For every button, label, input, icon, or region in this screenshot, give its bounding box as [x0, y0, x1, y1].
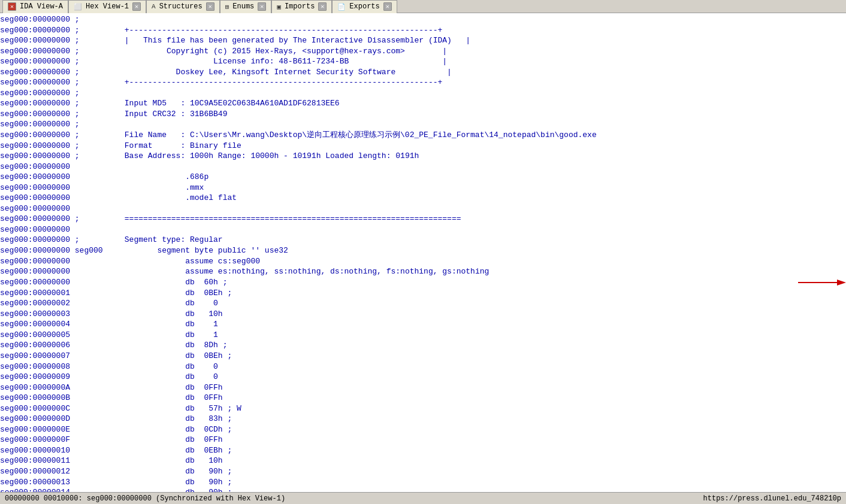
code-content-2: | This file has been generated by The In…: [120, 35, 846, 46]
code-line-43: seg000:00000012 db 90h ;: [0, 466, 846, 477]
address-15: seg000:00000000: [0, 172, 120, 183]
close-icon-exports[interactable]: ✕: [383, 2, 392, 11]
address-41: seg000:00000010: [0, 445, 120, 456]
address-28: seg000:00000003: [0, 309, 120, 320]
code-line-23: seg000:00000000 assume cs:seg000: [0, 256, 846, 267]
tab-label-hex-view-1: Hex View-1: [86, 2, 129, 11]
code-line-29: seg000:00000004 db 1: [0, 319, 846, 330]
address-12: seg000:00000000 ;: [0, 141, 120, 151]
code-line-10: seg000:00000000 ;: [0, 119, 846, 130]
address-9: seg000:00000000 ;: [0, 109, 120, 120]
code-line-41: seg000:00000010 db 0EBh ;: [0, 445, 846, 456]
tab-exports[interactable]: 📄 Exports ✕: [332, 0, 397, 13]
code-content-29: db 1: [120, 319, 846, 330]
code-line-25: seg000:00000000 db 60h ;: [0, 277, 846, 288]
code-line-39: seg000:0000000E db 0CDh ;: [0, 424, 846, 435]
close-icon-ida-view-a[interactable]: ✕: [8, 2, 16, 11]
main-area: seg000:00000000 ; seg000:00000000 ; +---…: [0, 13, 846, 492]
code-line-31: seg000:00000006 db 8Dh ;: [0, 340, 846, 351]
code-content-8: Input MD5 : 10C9A5E02C063B4A610AD1DF6281…: [120, 98, 846, 109]
tab-imports[interactable]: ▣ Imports ✕: [271, 0, 332, 13]
code-content-27: db 0: [120, 298, 846, 309]
code-content-42: db 10h: [120, 456, 846, 466]
code-line-13: seg000:00000000 ; Base Address: 1000h Ra…: [0, 151, 846, 162]
address-10: seg000:00000000 ;: [0, 119, 120, 130]
code-content-24: assume es:nothing, ss:nothing, ds:nothin…: [120, 266, 846, 277]
code-line-1: seg000:00000000 ; +---------------------…: [0, 25, 846, 36]
code-line-45: seg000:00000014 db 90h ;: [0, 487, 846, 492]
tab-ida-view-a[interactable]: ✕ IDA View-A: [2, 0, 68, 13]
tab-hex-view-1[interactable]: ⬜ Hex View-1 ✕: [68, 0, 146, 13]
address-8: seg000:00000000 ;: [0, 98, 120, 109]
close-icon-structures[interactable]: ✕: [206, 2, 214, 11]
tab-label-enums: Enums: [232, 2, 254, 11]
address-24: seg000:00000000: [0, 266, 120, 277]
code-content-15: .686p: [120, 172, 846, 183]
code-line-6: seg000:00000000 ; +---------------------…: [0, 77, 846, 88]
code-line-7: seg000:00000000 ;: [0, 88, 846, 99]
address-11: seg000:00000000 ;: [0, 130, 120, 141]
code-content-12: Format : Binary file: [120, 141, 846, 151]
code-line-34: seg000:00000009 db 0: [0, 372, 846, 382]
address-16: seg000:00000000: [0, 183, 120, 193]
address-1: seg000:00000000 ;: [0, 25, 120, 36]
code-content-25: db 60h ;: [120, 277, 796, 288]
code-line-0: seg000:00000000 ;: [0, 14, 846, 25]
code-content-39: db 0CDh ;: [120, 424, 846, 435]
tab-label-imports: Imports: [285, 2, 315, 11]
code-content-3: Copyright (c) 2015 Hex-Rays, <support@he…: [120, 46, 846, 57]
status-right: https://press.dlunel.edu_748210p: [703, 494, 841, 503]
address-26: seg000:00000001: [0, 288, 120, 299]
code-area[interactable]: seg000:00000000 ; seg000:00000000 ; +---…: [0, 13, 846, 492]
address-4: seg000:00000000 ;: [0, 56, 120, 67]
code-line-19: seg000:00000000 ; ======================…: [0, 214, 846, 224]
address-22: seg000:00000000 seg000: [0, 245, 120, 256]
code-content-41: db 0EBh ;: [120, 445, 846, 456]
code-line-24: seg000:00000000 assume es:nothing, ss:no…: [0, 266, 846, 277]
code-content-13: Base Address: 1000h Range: 10000h - 1019…: [120, 151, 846, 162]
close-icon-imports[interactable]: ✕: [318, 2, 327, 11]
code-content-30: db 1: [120, 330, 846, 341]
address-14: seg000:00000000: [0, 162, 120, 172]
svg-marker-1: [837, 280, 846, 286]
tab-enums[interactable]: ⊞ Enums ✕: [220, 0, 272, 13]
address-34: seg000:00000009: [0, 372, 120, 382]
code-content-28: db 10h: [120, 309, 846, 320]
address-19: seg000:00000000 ;: [0, 214, 120, 224]
address-44: seg000:00000013: [0, 477, 120, 488]
address-18: seg000:00000000: [0, 204, 120, 214]
address-36: seg000:0000000B: [0, 393, 120, 403]
hex-icon: ⬜: [74, 3, 82, 11]
code-content-5: Doskey Lee, Kingsoft Internet Security S…: [120, 67, 846, 78]
code-content-43: db 90h ;: [120, 466, 846, 477]
address-7: seg000:00000000 ;: [0, 88, 120, 99]
code-line-22: seg000:00000000 seg000 segment byte publ…: [0, 245, 846, 256]
code-content-21: Segment type: Regular: [120, 235, 846, 245]
code-content-36: db 0FFh: [120, 393, 846, 403]
code-line-4: seg000:00000000 ; License info: 48-B611-…: [0, 56, 846, 67]
code-content-17: .model flat: [120, 193, 846, 204]
code-line-9: seg000:00000000 ; Input CRC32 : 31B6BB49: [0, 109, 846, 120]
tab-structures[interactable]: A Structures ✕: [146, 0, 220, 13]
code-line-21: seg000:00000000 ; Segment type: Regular: [0, 235, 846, 245]
close-icon-enums[interactable]: ✕: [258, 2, 266, 11]
code-line-16: seg000:00000000 .mmx: [0, 183, 846, 193]
address-5: seg000:00000000 ;: [0, 67, 120, 78]
code-content-40: db 0FFh: [120, 435, 846, 445]
code-line-11: seg000:00000000 ; File Name : C:\Users\M…: [0, 130, 846, 141]
code-content-16: .mmx: [120, 183, 846, 193]
code-line-17: seg000:00000000 .model flat: [0, 193, 846, 204]
exports-icon: 📄: [337, 3, 346, 11]
address-45: seg000:00000014: [0, 487, 120, 492]
address-38: seg000:0000000D: [0, 414, 120, 424]
code-content-23: assume cs:seg000: [120, 256, 846, 267]
code-line-15: seg000:00000000 .686p: [0, 172, 846, 183]
tab-label-structures: Structures: [159, 2, 203, 11]
code-content-37: db 57h ; W: [120, 403, 846, 414]
code-content-6: +---------------------------------------…: [120, 77, 846, 88]
code-line-33: seg000:00000008 db 0: [0, 362, 846, 372]
close-icon-hex-view-1[interactable]: ✕: [132, 2, 141, 11]
enums-icon: ⊞: [225, 3, 229, 11]
code-line-38: seg000:0000000D db 83h ;: [0, 414, 846, 424]
code-line-3: seg000:00000000 ; Copyright (c) 2015 Hex…: [0, 46, 846, 57]
